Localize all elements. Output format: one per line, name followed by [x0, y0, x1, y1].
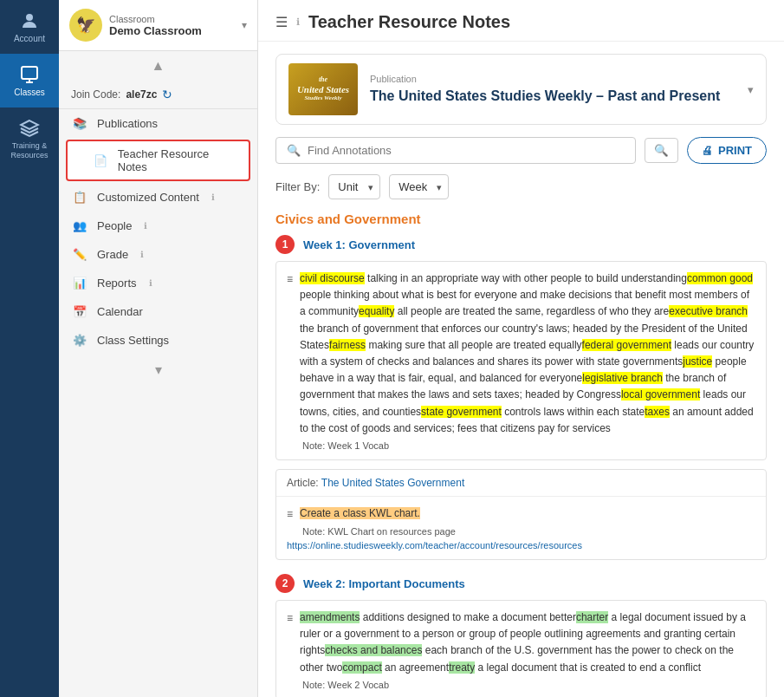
document-icon: 📄 — [92, 154, 109, 167]
annotation-icon-2: ≡ — [287, 506, 293, 523]
scroll-up-arrow[interactable]: ▲ — [59, 51, 257, 81]
nav-calendar-label: Calendar — [97, 305, 143, 318]
classroom-header: 🦅 Classroom Demo Classroom ▾ — [59, 0, 257, 51]
kwl-note: Note: KWL Chart on resources page — [302, 526, 755, 537]
week-1-label: Week 1: Government — [303, 238, 415, 251]
annotation-block-week2: ≡ amendments additions designed to make … — [275, 600, 767, 697]
info-icon-header: ℹ — [296, 16, 300, 28]
nav-item-calendar[interactable]: 📅 Calendar — [59, 297, 257, 326]
search-input[interactable] — [308, 144, 625, 157]
people-icon: 👥 — [71, 219, 88, 232]
nav-class-settings-label: Class Settings — [97, 334, 169, 347]
unit-filter-wrap: Unit — [328, 174, 380, 199]
annotation-text-week2: ≡ amendments additions designed to make … — [287, 609, 755, 676]
kwl-url[interactable]: https://online.studiesweekly.com/teacher… — [287, 540, 755, 550]
nav-item-reports[interactable]: 📊 Reports ℹ — [59, 269, 257, 297]
annotation-icon-3: ≡ — [287, 610, 293, 676]
article-header-week1: Article: The United States Government — [276, 470, 766, 497]
main-content: ☰ ℹ Teacher Resource Notes theUnited Sta… — [258, 0, 784, 697]
sidebar-item-account-label: Account — [14, 34, 45, 43]
week-1-badge: 1 — [275, 235, 295, 254]
annotation-text-week1: ≡ civil discourse talking in an appropri… — [287, 270, 755, 437]
article-link[interactable]: The United States Government — [321, 477, 464, 489]
chevron-down-icon[interactable]: ▾ — [242, 19, 247, 31]
grade-icon: ✏️ — [71, 248, 88, 261]
scroll-down-arrow[interactable]: ▾ — [59, 355, 257, 385]
avatar: 🦅 — [69, 9, 102, 42]
annotation-content-week1: civil discourse talking in an appropriat… — [300, 270, 755, 437]
join-code-value: ale7zc — [126, 88, 157, 101]
nav-people-label: People — [97, 219, 132, 232]
week-2-badge: 2 — [275, 574, 295, 593]
sidebar-item-account[interactable]: Account — [0, 0, 59, 54]
nav-item-class-settings[interactable]: ⚙️ Class Settings — [59, 326, 257, 355]
nav-item-teacher-resource-notes[interactable]: 📄 Teacher Resource Notes — [66, 140, 250, 181]
nav-sidebar: 🦅 Classroom Demo Classroom ▾ ▲ Join Code… — [59, 0, 258, 697]
reports-icon: 📊 — [71, 277, 88, 290]
settings-icon: ⚙️ — [71, 334, 88, 347]
nav-item-customized-content[interactable]: 📋 Customized Content ℹ — [59, 183, 257, 212]
publication-info: Publication The United States Studies We… — [370, 74, 735, 106]
search-button[interactable]: 🔍 — [645, 138, 678, 163]
week-filter[interactable]: Week — [389, 174, 449, 199]
info-icon-customized: ℹ — [211, 192, 215, 202]
week-filter-wrap: Week — [389, 174, 449, 199]
week2-note: Note: Week 2 Vocab — [302, 680, 755, 690]
kwl-annotation: ≡ Create a class KWL chart. — [287, 505, 755, 523]
print-label: PRINT — [718, 144, 752, 157]
nav-grade-label: Grade — [97, 248, 128, 261]
hamburger-icon[interactable]: ☰ — [275, 14, 288, 30]
sidebar-item-training-label: Training & Resources — [3, 141, 55, 160]
nav-item-publications[interactable]: 📚 Publications — [59, 109, 257, 138]
svg-rect-1 — [22, 67, 37, 79]
article-block-week1: Article: The United States Government ≡ … — [275, 469, 767, 560]
week1-note: Note: Week 1 Vocab — [302, 440, 755, 451]
article-body-week1: ≡ Create a class KWL chart. Note: KWL Ch… — [276, 497, 766, 559]
icon-sidebar: Account Classes Training & Resources — [0, 0, 59, 697]
info-icon-people: ℹ — [144, 221, 147, 231]
filter-by-label: Filter By: — [275, 180, 320, 193]
week-2-header: 2 Week 2: Important Documents — [275, 574, 767, 593]
week-1-header: 1 Week 1: Government — [275, 235, 767, 254]
week-2-label: Week 2: Important Documents — [303, 577, 465, 590]
content-area: Civics and Government 1 Week 1: Governme… — [258, 212, 784, 697]
refresh-icon[interactable]: ↻ — [162, 88, 172, 101]
annotation-icon: ≡ — [287, 271, 293, 437]
week-2-item: 2 Week 2: Important Documents ≡ amendmen… — [275, 574, 767, 697]
page-title: Teacher Resource Notes — [308, 12, 510, 32]
nav-teacher-resource-notes-label: Teacher Resource Notes — [118, 147, 240, 173]
info-icon-reports: ℹ — [149, 278, 152, 288]
publication-title: The United States Studies Weekly – Past … — [370, 88, 735, 106]
nav-publications-label: Publications — [97, 117, 158, 130]
search-bar: 🔍 🔍 🖨 PRINT — [275, 137, 767, 164]
publication-thumbnail: theUnited StatesStudies Weekly — [288, 63, 358, 115]
calendar-icon: 📅 — [71, 305, 88, 318]
publications-icon: 📚 — [71, 117, 88, 130]
filter-bar: Filter By: Unit Week — [275, 174, 767, 199]
svg-point-0 — [26, 14, 33, 21]
join-code-label: Join Code: — [71, 88, 120, 101]
section-title-civics: Civics and Government — [275, 212, 767, 226]
nav-item-grade[interactable]: ✏️ Grade ℹ — [59, 240, 257, 269]
week-1-item: 1 Week 1: Government ≡ civil discourse t… — [275, 235, 767, 560]
sidebar-item-classes[interactable]: Classes — [0, 54, 59, 107]
printer-icon: 🖨 — [702, 144, 713, 157]
main-header: ☰ ℹ Teacher Resource Notes — [258, 0, 784, 42]
publication-chevron-icon[interactable]: ▾ — [748, 83, 754, 96]
kwl-highlight: Create a class KWL chart. — [300, 507, 420, 519]
classroom-label: Classroom — [109, 14, 202, 24]
search-input-wrap[interactable]: 🔍 — [275, 137, 636, 164]
nav-item-people[interactable]: 👥 People ℹ — [59, 212, 257, 240]
publication-card: theUnited StatesStudies Weekly Publicati… — [275, 54, 767, 125]
sidebar-item-training[interactable]: Training & Resources — [0, 107, 59, 171]
classroom-name: Demo Classroom — [109, 24, 202, 37]
nav-customized-content-label: Customized Content — [97, 191, 199, 204]
unit-filter[interactable]: Unit — [328, 174, 380, 199]
print-button[interactable]: 🖨 PRINT — [687, 137, 767, 164]
join-code-bar: Join Code: ale7zc ↻ — [59, 81, 257, 109]
annotation-content-week2: amendments additions designed to make a … — [300, 609, 755, 676]
publication-label: Publication — [370, 74, 735, 84]
sidebar-item-classes-label: Classes — [14, 88, 45, 97]
info-icon-grade: ℹ — [140, 250, 144, 259]
classroom-info: 🦅 Classroom Demo Classroom — [69, 9, 202, 42]
